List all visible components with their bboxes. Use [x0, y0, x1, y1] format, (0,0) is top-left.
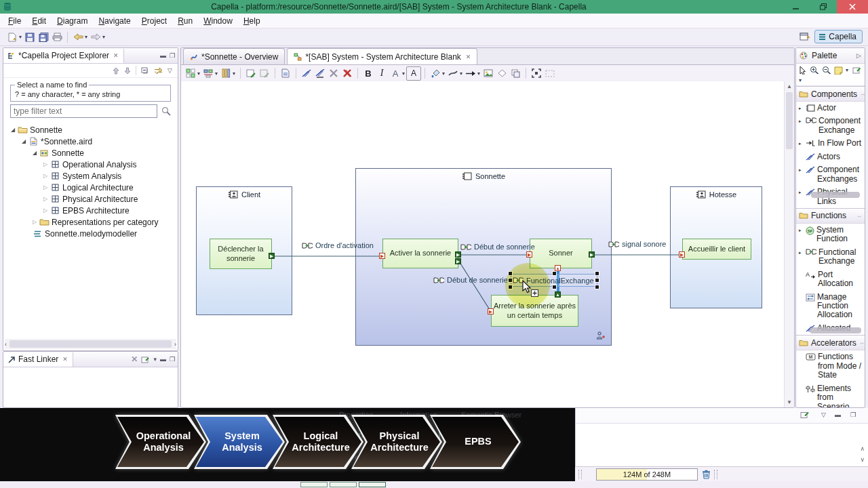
- marquee-select-button[interactable]: [543, 67, 557, 80]
- distribute-button[interactable]: [219, 67, 233, 80]
- output-port[interactable]: ▶: [269, 253, 275, 259]
- select-hidden-elements-button[interactable]: [530, 67, 543, 80]
- font-dialog-button[interactable]: A: [406, 66, 421, 81]
- arrow-style-button[interactable]: [464, 67, 477, 80]
- print-button[interactable]: [50, 30, 64, 43]
- close-icon[interactable]: ✕: [62, 356, 68, 363]
- scroll-right-icon[interactable]: ›: [174, 341, 176, 348]
- function-activer[interactable]: Activer la sonnerie: [382, 239, 458, 268]
- expander-icon[interactable]: ▷: [41, 207, 50, 214]
- close-button[interactable]: [837, 0, 868, 14]
- forward-button[interactable]: [89, 30, 102, 43]
- layouting-dropdown[interactable]: ▾: [197, 70, 200, 77]
- link-with-editor-icon[interactable]: [154, 67, 163, 75]
- back-dropdown[interactable]: ▾: [85, 34, 87, 40]
- maximize-view-icon[interactable]: ❒: [170, 52, 175, 59]
- palette-item-actor[interactable]: ▸Actor: [796, 102, 865, 115]
- pin-dropdown[interactable]: ▾: [799, 77, 802, 83]
- font-color-dropdown[interactable]: ▾: [402, 70, 405, 77]
- menu-navigate[interactable]: Navigate: [93, 15, 136, 27]
- align-dropdown[interactable]: ▾: [215, 70, 218, 77]
- palette-item-allocated[interactable]: Allocated: [796, 322, 865, 335]
- view-menu-icon[interactable]: ▽: [821, 411, 826, 418]
- scroll-up-icon[interactable]: ∧: [860, 445, 865, 452]
- diagram-canvas[interactable]: Client Sonnette Hotesse Déclencher la so…: [181, 81, 785, 407]
- scroll-left-icon[interactable]: ‹: [5, 341, 7, 348]
- restore-button[interactable]: [810, 0, 837, 14]
- tree-item-system-analysis[interactable]: ▷ System Analysis: [3, 170, 178, 182]
- close-icon[interactable]: ✕: [466, 54, 471, 60]
- menu-window[interactable]: Window: [198, 15, 238, 27]
- copy-appearance-button[interactable]: [509, 67, 522, 80]
- pin-drawer-icon[interactable]: ↔: [859, 340, 865, 346]
- expander-icon[interactable]: ◢: [31, 150, 39, 156]
- palette-item-in-flow-port[interactable]: ▸In Flow Port: [796, 137, 865, 150]
- tree-item-operational-analysis[interactable]: ▷ Operational Analysis: [3, 159, 178, 170]
- function-accueillir[interactable]: Accueillir le client: [682, 239, 751, 260]
- scroll-down-icon[interactable]: ▼: [785, 399, 794, 405]
- select-tool-icon[interactable]: [799, 66, 807, 75]
- palette-item-component-exchanges[interactable]: ▸Component Exchanges: [796, 163, 865, 186]
- pin-editor-icon[interactable]: [141, 356, 150, 363]
- hide-element-button[interactable]: [300, 67, 313, 80]
- palette-header[interactable]: Palette ▷: [796, 48, 865, 64]
- menu-run[interactable]: Run: [172, 15, 198, 27]
- scrollbar-thumb[interactable]: [810, 327, 861, 333]
- tree-item-model[interactable]: ◢ Sonnette: [3, 147, 178, 159]
- scroll-down-icon[interactable]: ∨: [860, 456, 865, 463]
- expander-icon[interactable]: ◢: [20, 138, 28, 144]
- view-menu-icon[interactable]: ▾: [153, 356, 157, 363]
- line-style-dropdown[interactable]: ▾: [460, 70, 462, 77]
- palette-item-manage-function-allocation[interactable]: Manage Function Allocation: [796, 291, 865, 322]
- pin-view-icon[interactable]: [800, 411, 810, 419]
- collapse-palette-icon[interactable]: ▷: [856, 52, 861, 59]
- tree-item-aird[interactable]: ◢ *Sonnette.aird: [3, 136, 178, 147]
- output-port[interactable]: ▲: [555, 291, 561, 298]
- function-sonner[interactable]: Sonner: [530, 239, 592, 268]
- menu-edit[interactable]: Edit: [26, 15, 52, 27]
- tree-item-epbs-architecture[interactable]: ▷ EPBS Architecture: [3, 205, 178, 216]
- note-tool-icon[interactable]: [834, 66, 843, 75]
- palette-item-component-exchange[interactable]: ▸Component Exchange: [796, 115, 865, 137]
- garbage-collect-icon[interactable]: [702, 470, 711, 479]
- input-port[interactable]: ▶: [526, 251, 532, 258]
- export-all-button[interactable]: [258, 67, 271, 80]
- output-port[interactable]: ▶: [455, 251, 461, 258]
- expander-icon[interactable]: ▷: [31, 219, 39, 225]
- expander-icon[interactable]: ▷: [41, 184, 50, 190]
- clear-icon[interactable]: ✕: [131, 354, 138, 364]
- refresh-diagram-button[interactable]: [279, 67, 292, 80]
- palette-item-elements-from-scenario[interactable]: Elements from Scenario: [796, 382, 865, 408]
- function-declencher[interactable]: Déclencher la sonnerie: [210, 239, 272, 269]
- editor-vertical-scrollbar[interactable]: ▲ ▼: [784, 81, 794, 407]
- pin-tool-icon[interactable]: [852, 66, 861, 74]
- exchange-label-ordre[interactable]: Ordre d'activation: [302, 241, 374, 249]
- tree-item-physical-architecture[interactable]: ▷ Physical Architecture: [3, 193, 178, 205]
- expander-icon[interactable]: ◢: [9, 127, 17, 133]
- filter-input[interactable]: [10, 104, 157, 118]
- expander-icon[interactable]: ▷: [41, 161, 50, 167]
- distribute-dropdown[interactable]: ▾: [233, 70, 235, 77]
- menu-help[interactable]: Help: [238, 15, 266, 27]
- pin-drawer-icon[interactable]: ↔: [860, 91, 865, 97]
- input-port[interactable]: ▲: [555, 265, 561, 271]
- exchange-label-debut1[interactable]: Début de sonnerie: [460, 243, 535, 251]
- maximize-view-icon[interactable]: ❒: [850, 411, 856, 418]
- forward-dropdown[interactable]: ▾: [102, 34, 105, 40]
- close-icon[interactable]: ✕: [113, 52, 119, 59]
- capella-perspective-button[interactable]: Capella: [814, 30, 863, 43]
- bold-button[interactable]: B: [361, 67, 375, 80]
- tab-sab-diagram[interactable]: *[SAB] System - System Architecture Blan…: [287, 48, 477, 64]
- minimize-view-icon[interactable]: ▬: [160, 356, 166, 363]
- palette-group-functions[interactable]: Functions ↔: [796, 208, 865, 224]
- palette-item-functional-exchange[interactable]: ▸Functional Exchange: [796, 246, 865, 268]
- line-style-button[interactable]: [446, 67, 460, 80]
- maximize-view-icon[interactable]: ❒: [170, 356, 175, 363]
- palette-item-functions-from-mode-state[interactable]: MFunctions from Mode / State: [796, 350, 865, 382]
- palette-group-components[interactable]: Components ↔: [796, 86, 865, 102]
- hide-label-button[interactable]: [313, 67, 327, 80]
- explorer-horizontal-scrollbar[interactable]: ‹›: [5, 339, 176, 349]
- input-port[interactable]: ▶: [488, 308, 494, 314]
- fill-color-button[interactable]: [429, 67, 442, 80]
- search-icon[interactable]: [161, 106, 171, 116]
